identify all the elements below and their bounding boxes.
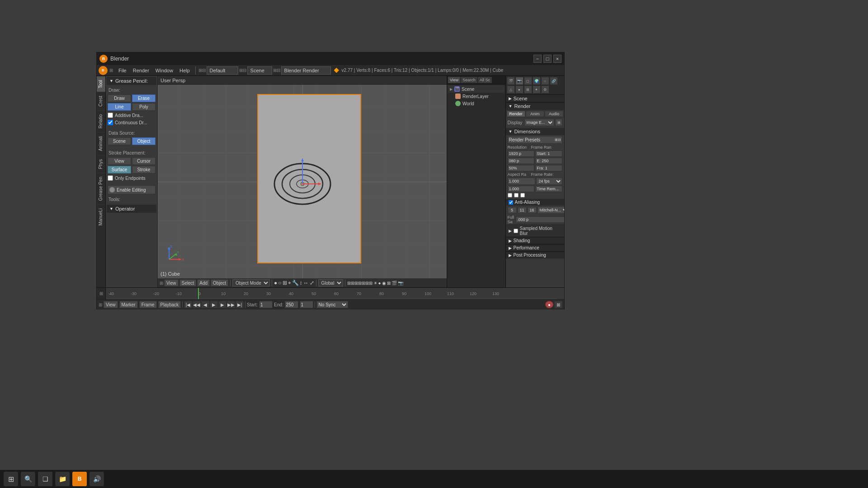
draw-button[interactable]: Draw: [108, 94, 131, 102]
render-tab[interactable]: Render: [507, 111, 525, 117]
icon-render6[interactable]: 📷: [398, 281, 403, 286]
vtab-manueli[interactable]: ManueLi: [97, 204, 105, 229]
only-endpoints-checkbox[interactable]: [108, 175, 113, 181]
marker-btn[interactable]: Marker: [119, 301, 138, 308]
add-menu-btn[interactable]: Add: [197, 279, 210, 286]
vtab-relatio[interactable]: Relatio: [97, 110, 105, 132]
play-btn[interactable]: ▶: [210, 301, 218, 308]
view-menu-btn[interactable]: View: [164, 279, 179, 286]
select-menu-btn[interactable]: Select: [179, 279, 197, 286]
shading-header[interactable]: ▶ Shading: [506, 237, 565, 244]
keyframe-remove-btn[interactable]: ⊠: [554, 301, 562, 308]
scene-button[interactable]: Scene: [108, 137, 131, 145]
prev-frame-btn[interactable]: ◀: [201, 301, 209, 308]
anti-alias-header[interactable]: Anti-Aliasing: [506, 199, 565, 206]
prop-icon-render[interactable]: 📷: [515, 77, 524, 85]
aspect-y-field[interactable]: [508, 186, 535, 192]
icon-render3[interactable]: ◉: [382, 281, 386, 286]
view-tab[interactable]: View: [448, 77, 460, 83]
prop-icon-particles[interactable]: ✦: [533, 85, 541, 94]
aa-check2[interactable]: [514, 193, 519, 197]
aspect-x-field[interactable]: [508, 178, 536, 185]
taskbar-search-btn[interactable]: 🔍: [21, 472, 35, 486]
render-presets-btn[interactable]: Render Presets ⊞⊟: [508, 136, 563, 144]
keyframe-add-btn[interactable]: ●: [545, 301, 553, 308]
scene-item[interactable]: ▶ 🎬 Scene: [448, 85, 505, 93]
prop-icon-texture[interactable]: ⊞: [524, 85, 532, 94]
windows-start-btn[interactable]: ⊞: [4, 472, 18, 486]
aa-check1[interactable]: [508, 193, 512, 197]
cursor-btn[interactable]: Cursor: [132, 157, 156, 165]
vtab-crest[interactable]: Crest: [97, 92, 105, 110]
object-menu-btn[interactable]: Object: [211, 279, 228, 286]
icon-tool3[interactable]: ⤢: [310, 280, 314, 286]
poly-button[interactable]: Poly: [132, 103, 156, 111]
vtab-phys[interactable]: Phys: [97, 155, 105, 173]
view-btn[interactable]: View: [108, 157, 131, 165]
frame-btn[interactable]: Frame: [139, 301, 157, 308]
prop-icon-material[interactable]: ●: [515, 85, 524, 94]
surface-btn[interactable]: Surface: [108, 166, 131, 174]
icon-render1[interactable]: ☀: [373, 281, 377, 286]
view-pb-btn[interactable]: View: [104, 301, 118, 308]
menu-render[interactable]: Render: [130, 67, 152, 74]
icon-tool2[interactable]: ↔: [303, 280, 309, 286]
aa-filter-select[interactable]: Mitchell-N...: [538, 206, 565, 214]
vtab-grease-pen[interactable]: Grease Pen: [97, 173, 105, 204]
fps-select[interactable]: 24 fps: [536, 178, 562, 185]
end-frame-input[interactable]: [285, 301, 298, 308]
playback-btn[interactable]: Playback: [158, 301, 181, 308]
line-button[interactable]: Line: [108, 103, 131, 111]
icon-magnet[interactable]: 🔧: [292, 280, 299, 286]
icon-tool1[interactable]: ↕: [300, 280, 302, 286]
pivot-select[interactable]: Global: [318, 279, 343, 286]
pct-field[interactable]: [508, 165, 535, 171]
prop-icon-constraints[interactable]: 🔗: [550, 77, 558, 85]
start-field[interactable]: [535, 150, 562, 157]
vtab-tool[interactable]: Tool: [97, 76, 105, 92]
scene-select[interactable]: [247, 66, 272, 75]
prop-icon-layers[interactable]: ◻: [524, 77, 532, 85]
current-frame-input[interactable]: [300, 301, 313, 308]
vtab-animati[interactable]: Animati: [97, 132, 105, 155]
render-section-header[interactable]: ▼ Render: [506, 103, 565, 110]
audio-tab[interactable]: Audio: [545, 111, 563, 117]
display-btn[interactable]: ⊞: [555, 119, 562, 126]
menu-window[interactable]: Window: [153, 67, 176, 74]
icon-circle[interactable]: ○: [278, 280, 281, 286]
prop-icon-physics[interactable]: ⚙: [541, 85, 549, 94]
icon-render4[interactable]: ⊠: [387, 281, 391, 286]
workspace-select[interactable]: [207, 66, 238, 75]
prop-icon-mesh[interactable]: △: [507, 85, 515, 94]
scene-section[interactable]: ▶ Scene: [506, 95, 565, 103]
post-processing-header[interactable]: ▶ Post Processing: [506, 251, 565, 258]
grease-pencil-header[interactable]: ▼ Grease Pencil:: [107, 77, 156, 85]
minimize-button[interactable]: −: [533, 55, 542, 63]
icon-render5[interactable]: 🎬: [392, 281, 397, 286]
jump-start-btn[interactable]: |◀: [184, 301, 192, 308]
performance-header[interactable]: ▶ Performance: [506, 244, 565, 251]
start-frame-input[interactable]: [259, 301, 273, 308]
menu-help[interactable]: Help: [177, 67, 193, 74]
jump-end-btn[interactable]: ▶|: [236, 301, 244, 308]
stroke-btn[interactable]: Stroke: [132, 166, 156, 174]
icon-snap[interactable]: ⌖: [288, 280, 291, 286]
time-remap-field[interactable]: [535, 186, 562, 192]
aa-check3[interactable]: [520, 193, 525, 197]
anim-tab[interactable]: Anim: [526, 111, 544, 117]
taskbar-blender-btn[interactable]: B: [72, 472, 87, 486]
menu-file[interactable]: File: [116, 67, 129, 74]
display-select[interactable]: Image E...: [524, 119, 555, 126]
icon-v1[interactable]: ⊞⊞⊞⊞⊞⊞⊞: [347, 281, 373, 286]
next-key-btn[interactable]: ▶▶: [227, 301, 235, 308]
filter-size-field[interactable]: [516, 216, 564, 223]
dimensions-header[interactable]: ▼ Dimensions: [506, 128, 565, 135]
next-frame-btn[interactable]: ▶: [218, 301, 226, 308]
prop-icon-object[interactable]: ○: [541, 77, 549, 85]
mode-select[interactable]: Object Mode: [232, 279, 270, 286]
end-field[interactable]: [535, 158, 562, 164]
maximize-button[interactable]: □: [543, 55, 552, 63]
erase-button[interactable]: Erase: [132, 94, 156, 102]
aa-b-field[interactable]: [518, 207, 527, 213]
operator-header[interactable]: ▼ Operator: [107, 205, 156, 213]
